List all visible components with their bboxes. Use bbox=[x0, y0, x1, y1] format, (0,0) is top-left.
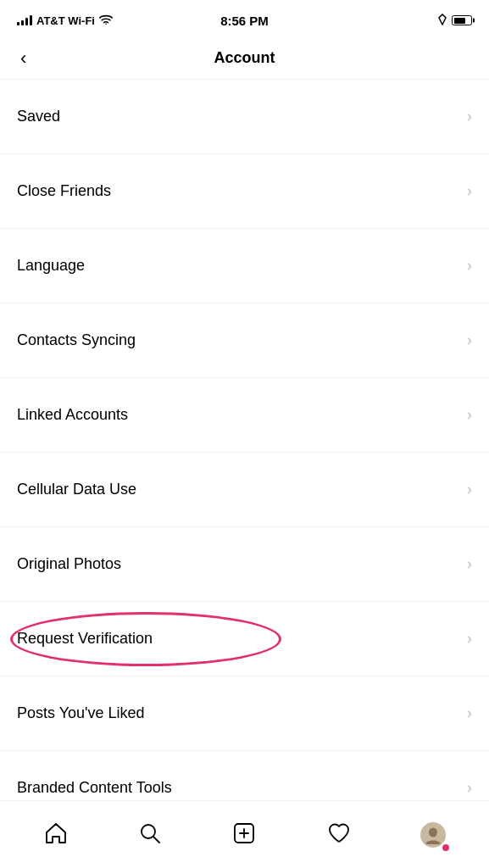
menu-item-saved[interactable]: Saved› bbox=[0, 80, 489, 154]
chevron-right-icon: › bbox=[467, 257, 472, 275]
svg-point-6 bbox=[429, 827, 437, 837]
page-title: Account bbox=[214, 49, 275, 67]
nav-search-button[interactable] bbox=[129, 814, 171, 856]
battery-icon bbox=[452, 15, 472, 25]
svg-line-2 bbox=[154, 837, 160, 843]
status-right bbox=[438, 14, 472, 28]
location-icon bbox=[438, 14, 447, 28]
chevron-right-icon: › bbox=[467, 406, 472, 424]
chevron-right-icon: › bbox=[467, 108, 472, 125]
menu-item-label-saved: Saved bbox=[17, 108, 60, 125]
status-bar: AT&T Wi-Fi 8:56 PM bbox=[0, 0, 489, 37]
menu-item-original-photos[interactable]: Original Photos› bbox=[0, 527, 489, 602]
chevron-right-icon: › bbox=[467, 555, 472, 573]
back-button[interactable]: ‹ bbox=[14, 44, 33, 73]
nav-home-button[interactable] bbox=[35, 814, 77, 856]
menu-item-label-cellular-data-use: Cellular Data Use bbox=[17, 481, 136, 498]
menu-item-label-close-friends: Close Friends bbox=[17, 182, 111, 200]
heart-icon bbox=[327, 821, 351, 848]
menu-item-label-posts-youve-liked: Posts You've Liked bbox=[17, 704, 145, 722]
wifi-icon bbox=[99, 14, 113, 27]
menu-item-linked-accounts[interactable]: Linked Accounts› bbox=[0, 378, 489, 453]
new-post-icon bbox=[232, 821, 256, 848]
content-area: Saved›Close Friends›Language›Contacts Sy… bbox=[0, 80, 489, 868]
search-icon bbox=[138, 821, 162, 848]
nav-profile-button[interactable] bbox=[412, 814, 454, 856]
menu-item-label-linked-accounts: Linked Accounts bbox=[17, 406, 128, 424]
home-icon bbox=[44, 821, 68, 848]
status-time: 8:56 PM bbox=[220, 14, 269, 28]
chevron-right-icon: › bbox=[467, 704, 472, 722]
menu-item-cellular-data-use[interactable]: Cellular Data Use› bbox=[0, 453, 489, 527]
chevron-right-icon: › bbox=[467, 779, 472, 797]
nav-new-post-button[interactable] bbox=[223, 814, 265, 856]
menu-item-posts-youve-liked[interactable]: Posts You've Liked› bbox=[0, 676, 489, 751]
menu-item-close-friends[interactable]: Close Friends› bbox=[0, 154, 489, 229]
chevron-right-icon: › bbox=[467, 630, 472, 648]
signal-icon bbox=[17, 15, 32, 25]
carrier-label: AT&T Wi-Fi bbox=[36, 14, 95, 27]
chevron-right-icon: › bbox=[467, 481, 472, 498]
menu-item-label-language: Language bbox=[17, 257, 85, 275]
profile-avatar bbox=[420, 822, 446, 848]
menu-item-label-original-photos: Original Photos bbox=[17, 555, 121, 573]
chevron-right-icon: › bbox=[467, 331, 472, 349]
menu-item-label-branded-content-tools: Branded Content Tools bbox=[17, 779, 172, 797]
menu-item-contacts-syncing[interactable]: Contacts Syncing› bbox=[0, 303, 489, 378]
profile-notification-dot bbox=[442, 844, 449, 851]
svg-point-0 bbox=[105, 23, 107, 25]
nav-likes-button[interactable] bbox=[318, 814, 360, 856]
menu-item-request-verification[interactable]: Request Verification› bbox=[0, 602, 489, 676]
menu-item-label-request-verification: Request Verification bbox=[17, 630, 153, 648]
bottom-nav bbox=[0, 800, 489, 868]
chevron-right-icon: › bbox=[467, 182, 472, 200]
menu-list: Saved›Close Friends›Language›Contacts Sy… bbox=[0, 80, 489, 826]
page-header: ‹ Account bbox=[0, 37, 489, 80]
menu-item-language[interactable]: Language› bbox=[0, 229, 489, 303]
status-left: AT&T Wi-Fi bbox=[17, 14, 113, 27]
svg-point-1 bbox=[142, 825, 155, 838]
menu-item-label-contacts-syncing: Contacts Syncing bbox=[17, 331, 136, 349]
